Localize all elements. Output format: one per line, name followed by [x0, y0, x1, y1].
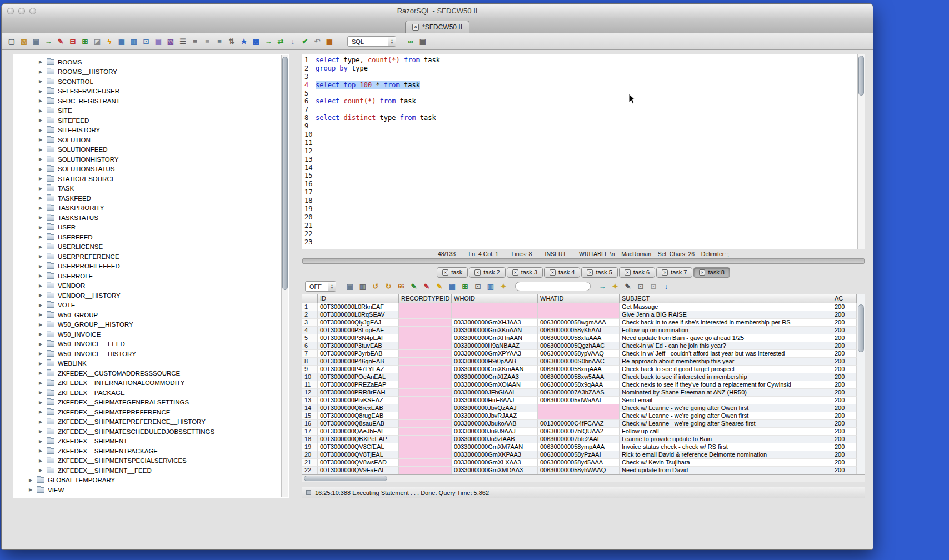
- grid-cell-whatid[interactable]: [538, 404, 620, 412]
- columns-icon[interactable]: ▥: [357, 281, 368, 292]
- editor-line[interactable]: [316, 188, 857, 197]
- disclosure-triangle-icon[interactable]: ▶: [39, 244, 45, 249]
- result-tab-task-5[interactable]: ✕task 5: [581, 267, 617, 278]
- grid-cell-recordtypeid[interactable]: [399, 404, 452, 412]
- result-tab-task-6[interactable]: ✕task 6: [619, 267, 655, 278]
- tree-item-scontrol[interactable]: ▶SCONTROL: [13, 77, 289, 87]
- grid-cell-subject[interactable]: Check back to see if interested in membe…: [620, 373, 832, 381]
- tree-item-userlicense[interactable]: ▶USERLICENSE: [13, 242, 289, 252]
- tree-item-w50-group[interactable]: ▶W50_GROUP: [13, 310, 289, 320]
- tree-item-rooms[interactable]: ▶ROOMS: [13, 57, 289, 67]
- add-icon[interactable]: ⊞: [79, 36, 91, 47]
- grid-cell-whoid[interactable]: 0033000000JFhGlAAL: [452, 389, 538, 397]
- grid-cell-ac[interactable]: 200: [832, 303, 857, 311]
- log-icon[interactable]: ▤: [417, 36, 428, 47]
- tree-item-selfserviceuser[interactable]: ▶SELFSERVICEUSER: [13, 87, 289, 97]
- grid-cell-whatid[interactable]: [538, 412, 620, 420]
- grid-cell-ac[interactable]: 200: [832, 342, 857, 350]
- tree-item-w50-invoice-history[interactable]: ▶W50_INVOICE__HISTORY: [13, 349, 289, 359]
- grid-cell-whatid[interactable]: 00630000007A3bZAAS: [538, 389, 620, 397]
- disclosure-triangle-icon[interactable]: ▶: [39, 89, 45, 94]
- grid-cell-subject[interactable]: Need update from David: [620, 467, 832, 474]
- form-edit-icon[interactable]: ✎: [622, 281, 633, 292]
- grid-cell-recordtypeid[interactable]: [399, 319, 452, 327]
- disclosure-triangle-icon[interactable]: ▶: [39, 137, 45, 142]
- tree-item-global-temporary[interactable]: ▶GLOBAL TEMPORARY: [13, 476, 289, 486]
- grid-row[interactable]: 2100T3000000QV8wsEAD0033000000GmXLXAA300…: [302, 459, 857, 467]
- grid-cell-subject[interactable]: Check back in to see if she's interested…: [620, 319, 832, 327]
- grid-row[interactable]: 1200T3000000PRR8rEAH0033000000JFhGlAAL00…: [302, 389, 857, 397]
- editor-line[interactable]: select top 100 * from task: [316, 81, 857, 89]
- disclosure-triangle-icon[interactable]: ▶: [39, 429, 45, 434]
- editor-line[interactable]: [316, 122, 857, 131]
- grid-row[interactable]: 400T3000000P3LopEAF0033000000GmXKnAAN006…: [302, 327, 857, 334]
- disclosure-triangle-icon[interactable]: ▶: [39, 293, 45, 298]
- table-favorite-icon[interactable]: ▩: [251, 36, 262, 47]
- tree-item-zkfedex-shipmentpackage[interactable]: ▶ZKFEDEX__SHIPMENTPACKAGE: [13, 446, 289, 456]
- grid-cell-id[interactable]: 00T3000000Q8sauEAB: [318, 420, 399, 428]
- tree-item-zkfedex-shipment[interactable]: ▶ZKFEDEX__SHIPMENT: [13, 437, 289, 447]
- favorites-star-icon[interactable]: ★: [238, 36, 249, 47]
- grid-cell-whoid[interactable]: 0033000000GmXM7AAN: [452, 443, 538, 451]
- result-tab-task[interactable]: ✕task: [437, 267, 468, 278]
- grid-cell-recordtypeid[interactable]: [399, 389, 452, 397]
- disclosure-triangle-icon[interactable]: ▶: [39, 439, 45, 444]
- result-tab-task-4[interactable]: ✕task 4: [544, 267, 580, 278]
- grid-cell-ac[interactable]: 200: [832, 428, 857, 436]
- disclosure-triangle-icon[interactable]: ▶: [39, 128, 45, 133]
- grid-cell-subject[interactable]: Re-approach about membership this year: [620, 358, 832, 366]
- tree-item-zkfedex-shipment-feed[interactable]: ▶ZKFEDEX__SHIPMENT__FEED: [13, 466, 289, 476]
- tree-item-userrole[interactable]: ▶USERROLE: [13, 271, 289, 281]
- editor-line[interactable]: [316, 205, 857, 213]
- redo-edit-icon[interactable]: ↻: [383, 281, 394, 292]
- grid-cell-whoid[interactable]: 0033000000GmXHnAAN: [452, 334, 538, 342]
- grid-cell-whatid[interactable]: 006300000058xrqAAA: [538, 366, 620, 373]
- column-header-ac[interactable]: AC: [832, 294, 857, 303]
- grid-row[interactable]: 100T3000000L0RknEAFGet Massage200: [302, 303, 857, 311]
- grid-cell-whoid[interactable]: 0033000000GmXHJAA3: [452, 319, 538, 327]
- align-left-icon[interactable]: ≡: [189, 36, 201, 47]
- grid-row[interactable]: 500T3000000P3N4pEAF0033000000GmXHnAAN006…: [302, 334, 857, 342]
- disclosure-triangle-icon[interactable]: ▶: [39, 468, 45, 473]
- save-results-icon[interactable]: ▣: [344, 281, 356, 292]
- result-tab-task-8[interactable]: ✕task 8: [693, 267, 730, 278]
- grid-cell-whatid[interactable]: 006300000058wgmAAA: [538, 319, 620, 327]
- grid-cell-recordtypeid[interactable]: [399, 420, 452, 428]
- editor-line[interactable]: [316, 213, 857, 222]
- tree-item-zkfedex-shipmategeneralsettings[interactable]: ▶ZKFEDEX__SHIPMATEGENERALSETTINGS: [13, 398, 289, 408]
- grid-cell-whatid[interactable]: 00630000007bIQUAA2: [538, 428, 620, 436]
- disclosure-triangle-icon[interactable]: ▶: [39, 381, 45, 386]
- run-arrow-icon[interactable]: →: [263, 36, 274, 47]
- editor-horizontal-scrollbar[interactable]: [302, 258, 865, 264]
- grid-cell-subject[interactable]: Check w/ Leanne - we're going after Owen…: [620, 412, 832, 420]
- close-tab-icon[interactable]: ✕: [587, 269, 593, 276]
- close-tab-icon[interactable]: ✕: [699, 269, 705, 276]
- grid-cell-whatid[interactable]: 006300000058yd5AAA: [538, 459, 620, 467]
- editor-line[interactable]: [316, 131, 857, 139]
- reconnect-icon[interactable]: ⇄: [275, 36, 286, 47]
- editor-line[interactable]: [316, 180, 857, 188]
- disclosure-triangle-icon[interactable]: ▶: [39, 458, 45, 463]
- grid-cell-subject[interactable]: Check w/ Kevin Tsujihara: [620, 459, 832, 467]
- grid-cell-id[interactable]: 00T3000000P3LopEAF: [318, 327, 399, 334]
- column-header-whoid[interactable]: WHOID: [452, 294, 538, 303]
- title-bar[interactable]: RazorSQL - SFDCW50 II: [2, 4, 873, 18]
- tree-item-sitehistory[interactable]: ▶SITEHISTORY: [13, 126, 289, 136]
- key-lookup-icon[interactable]: ✦: [610, 281, 621, 292]
- tree-vertical-scrollbar[interactable]: [281, 55, 288, 497]
- tree-item-taskstatus[interactable]: ▶TASKSTATUS: [13, 213, 289, 223]
- grid-cell-whatid[interactable]: 00630000005QgzhAAC: [538, 342, 620, 350]
- copy-page-alt-icon[interactable]: ⊡: [648, 281, 659, 292]
- grid-cell-id[interactable]: 00T3000000P46qnEAB: [318, 358, 399, 366]
- grid-cell-id[interactable]: 00T3000000QV8CfEAL: [318, 443, 399, 451]
- tree-item-sitefeed[interactable]: ▶SITEFEED: [13, 116, 289, 126]
- grid-cell-id[interactable]: 00T3000000Q8rexEAB: [318, 404, 399, 412]
- grid-cell-ac[interactable]: 200: [832, 358, 857, 366]
- grid-cell-whoid[interactable]: 0033000000Ju9zIAAB: [452, 436, 538, 443]
- disclosure-triangle-icon[interactable]: ▶: [39, 254, 45, 259]
- open-folder-icon[interactable]: ▧: [18, 36, 29, 47]
- grid-cell-ac[interactable]: 200: [832, 319, 857, 327]
- grid-cell-whatid[interactable]: 00630000005xfWaAAI: [538, 397, 620, 404]
- edit-cell-icon[interactable]: ✎: [434, 281, 445, 292]
- close-document-icon[interactable]: ✕: [412, 24, 419, 31]
